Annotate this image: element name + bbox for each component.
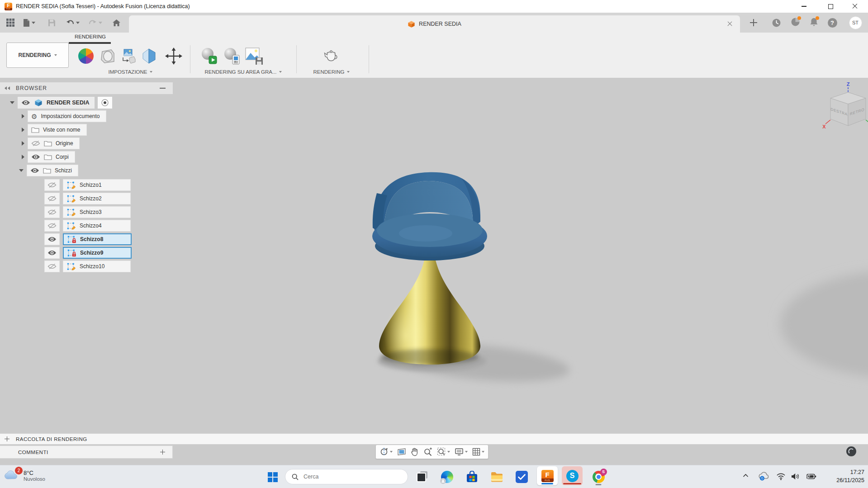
add-comment-button[interactable] — [160, 450, 165, 455]
incanvas-render-settings-button[interactable] — [222, 45, 242, 67]
grid-layout-button[interactable] — [472, 448, 484, 456]
account-button[interactable]: ST — [849, 15, 862, 30]
assistant-button[interactable] — [846, 446, 856, 456]
chevron-down-icon[interactable] — [19, 169, 24, 172]
tab-close-button[interactable] — [726, 20, 734, 28]
chevron-right-icon[interactable] — [22, 155, 24, 159]
orbit-caret[interactable] — [390, 451, 393, 453]
skype-taskbar-button[interactable]: S — [562, 466, 583, 485]
visibility-toggle[interactable] — [44, 206, 60, 218]
tree-node-viste[interactable]: Viste con nome — [28, 124, 87, 136]
chevron-right-icon[interactable] — [22, 114, 24, 118]
store-button[interactable] — [463, 468, 480, 485]
render-button[interactable] — [321, 45, 341, 67]
comments-bar[interactable]: COMMENTI — [0, 445, 173, 459]
weather-widget[interactable]: 2 8°C Nuvoloso — [4, 469, 45, 482]
display-settings-caret[interactable] — [465, 451, 468, 453]
search-input[interactable] — [303, 473, 395, 480]
tree-node-impostazioni[interactable]: ⚙ Impostazioni documento — [28, 110, 106, 122]
chevron-right-icon[interactable] — [22, 128, 24, 132]
zoom-window-button[interactable] — [437, 447, 450, 456]
browser-header[interactable]: BROWSER — [0, 82, 173, 94]
view-cube[interactable]: Z DESTRA RETRO X Y — [822, 81, 868, 138]
zoom-window-caret[interactable] — [447, 451, 450, 453]
todo-button[interactable] — [513, 468, 530, 485]
group-area-dropdown[interactable]: RENDERING SU AREA GRA... — [194, 68, 292, 76]
workspace-selector[interactable]: RENDERING — [6, 43, 69, 68]
chrome-taskbar-button[interactable]: S — [590, 467, 607, 486]
tree-node-schizzo10[interactable]: Schizzo10 — [63, 261, 131, 272]
document-tab[interactable]: RENDER SEDIA — [129, 15, 740, 33]
tray-expand-button[interactable] — [743, 474, 749, 478]
eye-icon[interactable] — [21, 99, 30, 106]
save-button[interactable] — [45, 15, 58, 30]
visibility-toggle[interactable] — [44, 220, 60, 232]
data-panel-button[interactable] — [4, 15, 17, 30]
look-at-button[interactable] — [397, 448, 406, 456]
onedrive-tray-button[interactable] — [758, 472, 770, 481]
tree-node-schizzo4[interactable]: Schizzo4 — [63, 220, 131, 232]
rendering-gallery-bar[interactable]: RACCOLTA DI RENDERING — [0, 433, 868, 445]
redo-button[interactable] — [86, 15, 105, 30]
capture-image-button[interactable] — [244, 45, 264, 67]
help-button[interactable]: ? — [826, 15, 839, 30]
group-rendering-dropdown[interactable]: RENDERING — [299, 68, 364, 76]
browser-minimize-button[interactable] — [160, 88, 166, 89]
tree-node-origine[interactable]: Origine — [28, 137, 80, 149]
tree-node-schizzo2[interactable]: Schizzo2 — [63, 193, 131, 204]
tree-node-schizzo3[interactable]: Schizzo3 — [63, 206, 131, 218]
battery-tray-button[interactable] — [805, 473, 817, 480]
chevron-right-icon[interactable] — [22, 141, 24, 146]
start-button[interactable] — [264, 469, 281, 486]
extensions-button[interactable] — [789, 15, 802, 30]
texture-map-button[interactable] — [139, 45, 159, 67]
tree-node-schizzo1[interactable]: Schizzo1 — [63, 179, 131, 191]
visibility-toggle[interactable] — [44, 193, 60, 204]
tree-node-schizzo8[interactable]: Schizzo8 — [63, 233, 132, 245]
undo-button[interactable] — [63, 15, 82, 30]
home-view-button[interactable] — [109, 15, 123, 30]
eye-icon[interactable] — [31, 154, 40, 160]
pan-button[interactable] — [411, 447, 419, 456]
visibility-toggle[interactable] — [44, 247, 60, 259]
volume-tray-button[interactable] — [791, 473, 800, 480]
file-explorer-button[interactable] — [488, 468, 505, 485]
appearance-button[interactable] — [76, 45, 96, 67]
taskbar-search[interactable] — [285, 469, 408, 484]
scene-settings-button[interactable] — [98, 45, 118, 67]
expand-gallery-icon[interactable] — [5, 436, 9, 441]
activate-component-radio[interactable] — [98, 97, 112, 109]
grid-caret[interactable] — [482, 451, 484, 453]
move-button[interactable] — [164, 45, 184, 67]
fusion-taskbar-button[interactable]: F FUS — [537, 466, 558, 485]
tree-node-schizzo9[interactable]: Schizzo9 — [63, 247, 132, 259]
file-menu-button[interactable] — [20, 15, 38, 30]
group-impostazione-dropdown[interactable]: IMPOSTAZIONE — [90, 68, 171, 76]
visibility-toggle[interactable] — [44, 261, 60, 272]
tree-node-root[interactable]: RENDER SEDIA — [18, 97, 95, 109]
tree-node-schizzi[interactable]: Schizzi — [27, 165, 78, 176]
eye-icon[interactable] — [30, 167, 39, 174]
display-settings-button[interactable] — [455, 448, 468, 456]
decal-button[interactable] — [119, 45, 138, 67]
visibility-toggle[interactable] — [44, 179, 60, 191]
edge-button[interactable] — [438, 468, 455, 485]
zoom-button[interactable] — [423, 447, 432, 456]
ribbon-tab[interactable]: RENDERING — [69, 34, 112, 39]
orbit-button[interactable] — [379, 447, 393, 456]
notifications-button[interactable] — [807, 15, 820, 30]
wifi-tray-button[interactable] — [776, 473, 786, 480]
maximize-button[interactable] — [820, 0, 841, 13]
tree-node-corpi[interactable]: Corpi — [28, 151, 75, 163]
browser-collapse-icon[interactable] — [5, 86, 10, 90]
task-view-button[interactable] — [413, 468, 431, 485]
minimize-button[interactable] — [793, 0, 815, 13]
tray-clock[interactable]: 17:27 26/11/2025 — [836, 468, 864, 484]
eye-off-icon[interactable] — [31, 140, 40, 147]
visibility-toggle[interactable] — [44, 233, 60, 245]
new-tab-button[interactable] — [747, 15, 760, 30]
job-status-button[interactable] — [770, 15, 783, 30]
chevron-down-icon[interactable] — [10, 101, 14, 104]
close-button[interactable] — [844, 0, 865, 13]
incanvas-render-button[interactable] — [199, 45, 219, 67]
